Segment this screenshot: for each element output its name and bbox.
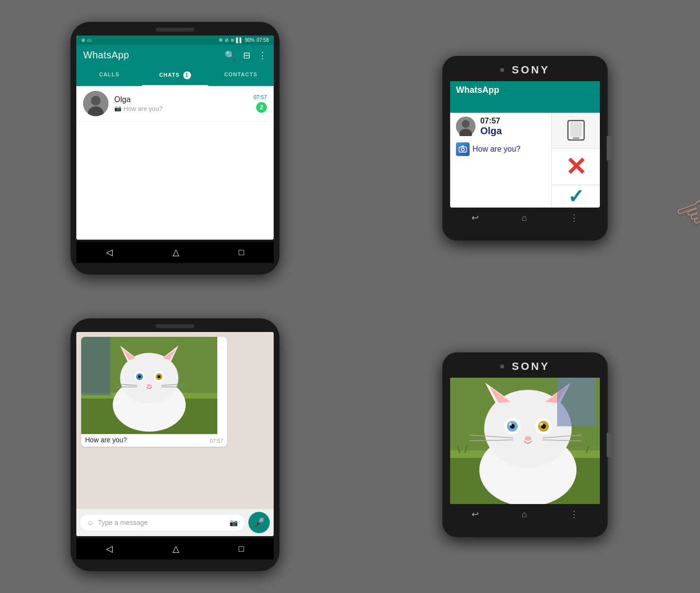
notif-message: How are you?	[450, 140, 551, 158]
search-icon[interactable]: 🔍	[225, 50, 235, 61]
hand-finger: ☞	[667, 182, 700, 243]
recents-button[interactable]: □	[239, 247, 244, 258]
phone-speaker-2	[156, 324, 194, 328]
accept-action[interactable]: ✓	[552, 185, 600, 208]
chat-list: Olga 📷 How are you? 07:57 2	[76, 86, 274, 240]
notif-msg-text: How are you?	[472, 145, 521, 154]
svg-point-25	[158, 375, 160, 378]
message-time: 07:57	[210, 438, 223, 444]
watch-back-icon-2[interactable]: ↩	[472, 509, 479, 520]
android-phone-2: How are you? 07:57 ☺ Type a message 📷 🎤 …	[70, 318, 280, 571]
contact-name: Olga	[114, 95, 247, 104]
watch-menu-icon-2[interactable]: ⋮	[570, 509, 578, 520]
whatsapp-title: WhatsApp	[83, 50, 129, 61]
sony-brand: SONY	[512, 64, 550, 76]
message-image	[81, 337, 217, 434]
sony-brand-2: SONY	[512, 360, 550, 373]
back-button-2[interactable]: ◁	[106, 543, 113, 554]
home-button-2[interactable]: △	[173, 543, 179, 554]
signal-icon: ▌▌	[236, 37, 243, 43]
sony-dot	[500, 68, 504, 72]
emoji-icon[interactable]: ☺	[87, 519, 94, 526]
battery-text: 90%	[245, 37, 255, 43]
mic-button[interactable]: 🎤	[248, 512, 270, 533]
watch-bottom-bar-2: ↩ ⌂ ⋮	[450, 504, 600, 520]
message-bubble: How are you? 07:57	[81, 337, 227, 447]
top-right-panel: SONY WhatsApp	[350, 0, 700, 296]
top-left-panel: ⊛ ▭ ✲ ⊘ ≋ ▌▌ 90% 07:58 WhatsApp 🔍 ⊟	[0, 0, 350, 296]
svg-point-4	[462, 120, 470, 128]
tab-calls[interactable]: CALLS	[76, 66, 142, 85]
notif-info: 07:57 Olga	[480, 117, 502, 137]
notif-name: Olga	[480, 125, 502, 137]
phone-speaker	[156, 28, 194, 32]
chat-info: Olga 📷 How are you?	[114, 95, 247, 112]
notif-time: 07:57	[480, 117, 502, 125]
bottom-left-panel: How are you? 07:57 ☺ Type a message 📷 🎤 …	[0, 296, 350, 593]
reject-action[interactable]: ✕	[552, 149, 600, 185]
sony-watch-1: SONY WhatsApp	[442, 56, 608, 241]
svg-rect-31	[81, 337, 110, 395]
tab-chats[interactable]: CHATS 1	[142, 66, 208, 85]
status-right-icons: ✲ ⊘ ≋ ▌▌ 90% 07:58	[219, 37, 269, 43]
avatar-olga	[83, 91, 108, 116]
sony-watch-2: SONY	[442, 352, 608, 537]
watch-back-icon[interactable]: ↩	[472, 212, 479, 223]
placeholder-text: Type a message	[98, 519, 148, 526]
watch-cat-image	[450, 378, 600, 504]
tab-contacts[interactable]: CONTACTS	[208, 66, 274, 85]
status-left-icons: ⊛ ▭	[81, 37, 91, 43]
bottom-right-panel: SONY	[350, 296, 700, 593]
message-input-field[interactable]: ☺ Type a message 📷	[80, 515, 245, 530]
whatsapp-icon: ⊛	[81, 37, 85, 43]
svg-rect-10	[573, 138, 579, 139]
svg-point-47	[509, 423, 512, 426]
time-display: 07:58	[257, 37, 269, 43]
home-button[interactable]: △	[173, 247, 179, 258]
bluetooth-icon: ✲	[219, 37, 223, 43]
new-chat-icon[interactable]: ⊟	[243, 50, 250, 61]
watch-screen-2	[450, 378, 600, 504]
svg-point-48	[540, 423, 543, 426]
side-button-2[interactable]	[607, 433, 612, 457]
chat-meta: 07:57 2	[253, 94, 267, 113]
watch-top-bar-2: SONY	[450, 360, 600, 373]
notif-left: 07:57 Olga How are you?	[450, 113, 551, 208]
chat-preview: 📷 How are you?	[114, 105, 247, 112]
back-button[interactable]: ◁	[106, 247, 113, 258]
svg-point-1	[91, 96, 101, 105]
no-sim-icon: ⊘	[225, 37, 228, 43]
whatsapp-header: WhatsApp 🔍 ⊟ ⋮	[76, 45, 274, 66]
watch-menu-icon[interactable]: ⋮	[570, 212, 578, 223]
notif-row-1: 07:57 Olga	[450, 113, 551, 140]
menu-icon[interactable]: ⋮	[258, 50, 267, 61]
notif-camera-icon	[456, 142, 470, 156]
svg-point-22	[138, 375, 141, 378]
side-button[interactable]	[607, 136, 612, 160]
message-text: How are you?	[85, 436, 127, 444]
notif-avatar	[456, 117, 475, 136]
sony-dot-2	[500, 365, 504, 368]
whatsapp-notification: WhatsApp 07:57	[450, 81, 600, 208]
preview-text: How are you?	[123, 105, 162, 112]
tabs-bar: CALLS CHATS 1 CONTACTS	[76, 66, 274, 86]
watch-home-icon-2[interactable]: ⌂	[522, 509, 527, 520]
phone-action[interactable]	[552, 113, 600, 149]
status-bar: ⊛ ▭ ✲ ⊘ ≋ ▌▌ 90% 07:58	[76, 35, 274, 45]
watch-bottom-bar-1: ↩ ⌂ ⋮	[450, 208, 600, 223]
input-bar: ☺ Type a message 📷 🎤	[76, 509, 274, 536]
svg-point-49	[525, 436, 531, 441]
watch-home-icon[interactable]: ⌂	[522, 213, 527, 223]
android-phone: ⊛ ▭ ✲ ⊘ ≋ ▌▌ 90% 07:58 WhatsApp 🔍 ⊟	[70, 22, 280, 275]
message-text-row: How are you? 07:57	[81, 434, 227, 447]
unread-count: 2	[256, 102, 267, 113]
chat-item-olga[interactable]: Olga 📷 How are you? 07:57 2	[76, 86, 274, 122]
camera-icon[interactable]: 📷	[229, 519, 238, 526]
recents-button-2[interactable]: □	[239, 544, 244, 554]
svg-point-7	[461, 148, 464, 151]
wifi-icon: ≋	[230, 37, 234, 43]
svg-point-26	[147, 384, 152, 387]
chat-screen: How are you? 07:57 ☺ Type a message 📷 🎤	[76, 332, 274, 536]
notif-actions: ✕ ✓	[551, 113, 600, 208]
header-icons[interactable]: 🔍 ⊟ ⋮	[225, 50, 267, 61]
